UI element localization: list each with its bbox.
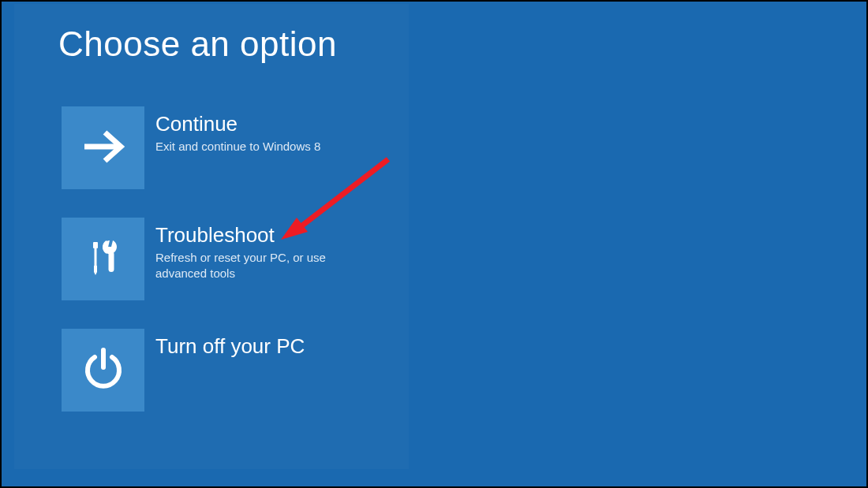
page-title: Choose an option bbox=[58, 24, 380, 64]
option-tile-troubleshoot bbox=[62, 218, 144, 300]
options-list: Continue Exit and continue to Windows 8 bbox=[62, 106, 380, 412]
option-desc-continue: Exit and continue to Windows 8 bbox=[155, 139, 320, 155]
option-troubleshoot[interactable]: Troubleshoot Refresh or reset your PC, o… bbox=[62, 218, 380, 300]
svg-rect-2 bbox=[94, 248, 96, 266]
svg-rect-1 bbox=[93, 242, 98, 248]
svg-rect-4 bbox=[108, 251, 114, 272]
option-continue[interactable]: Continue Exit and continue to Windows 8 bbox=[62, 106, 380, 189]
svg-marker-3 bbox=[94, 266, 97, 275]
arrow-right-icon bbox=[78, 121, 129, 175]
power-icon bbox=[78, 344, 129, 397]
option-tile-continue bbox=[62, 106, 144, 189]
option-title-turn-off: Turn off your PC bbox=[155, 335, 305, 358]
option-title-troubleshoot: Troubleshoot bbox=[155, 224, 345, 247]
tools-icon bbox=[78, 233, 129, 286]
option-turn-off[interactable]: Turn off your PC bbox=[62, 329, 380, 412]
option-text-turn-off: Turn off your PC bbox=[155, 329, 305, 361]
option-title-continue: Continue bbox=[155, 113, 320, 136]
option-text-continue: Continue Exit and continue to Windows 8 bbox=[155, 106, 320, 155]
options-panel: Choose an option Continue Exit and conti… bbox=[14, 4, 409, 469]
option-tile-turn-off bbox=[62, 329, 144, 412]
option-desc-troubleshoot: Refresh or reset your PC, or use advance… bbox=[155, 250, 345, 282]
option-text-troubleshoot: Troubleshoot Refresh or reset your PC, o… bbox=[155, 218, 345, 281]
